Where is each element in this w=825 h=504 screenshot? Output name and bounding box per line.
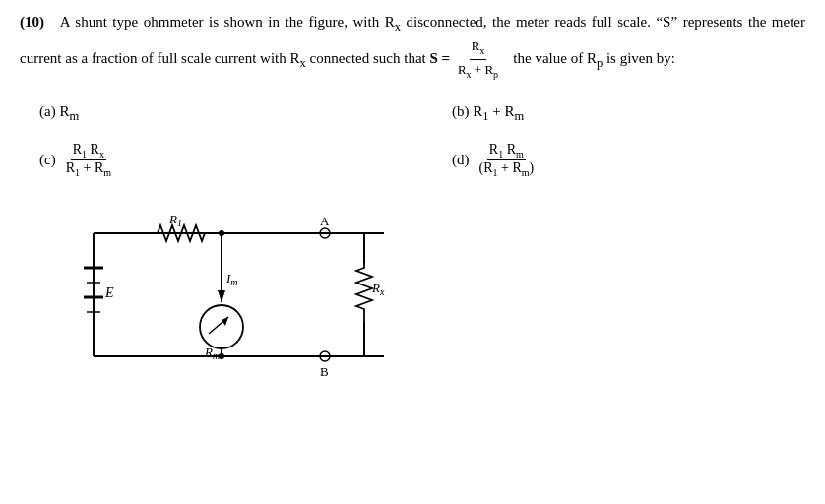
option-d-num: R1 Rm — [487, 142, 526, 160]
rx-label: Rx — [371, 281, 385, 297]
r1-label: R1 — [168, 212, 182, 228]
option-d: (d) R1 Rm (R1 + Rm) — [412, 138, 805, 182]
svg-marker-10 — [222, 317, 228, 326]
battery-label: E — [104, 285, 114, 300]
option-c: (c) R1 Rx R1 + Rm — [20, 138, 412, 182]
option-b-label: (b) — [452, 103, 470, 119]
junction-bottom — [219, 353, 224, 359]
im-arrow — [218, 290, 225, 302]
rm-label: Rm — [204, 345, 220, 361]
option-d-den: (R1 + Rm) — [477, 160, 537, 178]
junction-top — [219, 230, 224, 236]
option-d-fraction: R1 Rm (R1 + Rm) — [477, 142, 537, 178]
question-block: (10) A shunt type ohmmeter is shown in t… — [20, 10, 805, 386]
r1-resistor — [153, 225, 222, 241]
q-number: (10) — [20, 14, 44, 30]
fraction-numerator: Rx — [470, 36, 487, 60]
option-b: (b) R1 + Rm — [412, 99, 805, 128]
rx-resistor — [356, 263, 372, 322]
option-c-fraction: R1 Rx R1 + Rm — [64, 142, 113, 178]
question-text: (10) A shunt type ohmmeter is shown in t… — [20, 10, 805, 82]
option-c-den: R1 + Rm — [64, 160, 113, 178]
circuit-diagram: E R1 Im Rm — [20, 204, 805, 386]
option-a-label: (a) — [39, 103, 56, 119]
options-grid: (a) Rm (b) R1 + Rm (c) R1 Rx R1 + Rm (d)… — [20, 99, 805, 182]
option-c-label: (c) — [39, 152, 56, 168]
rm-meter — [200, 305, 243, 348]
option-c-num: R1 Rx — [71, 142, 106, 160]
point-a-label: A — [320, 214, 330, 228]
option-d-label: (d) — [452, 152, 470, 168]
im-label: Im — [225, 271, 238, 287]
option-a: (a) Rm — [20, 99, 412, 128]
s-fraction: Rx Rx + Rp — [456, 36, 500, 82]
circuit-svg: E R1 Im Rm — [49, 204, 463, 386]
fraction-denominator: Rx + Rp — [456, 60, 500, 83]
point-b-label: B — [320, 364, 329, 379]
